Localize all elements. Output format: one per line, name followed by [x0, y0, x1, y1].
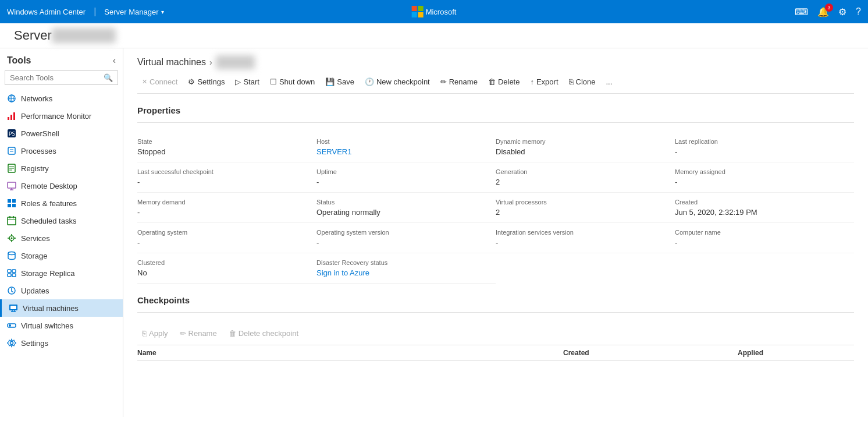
sidebar-item-roles-features[interactable]: Roles & features — [0, 194, 123, 212]
sidebar-item-updates[interactable]: Updates — [0, 282, 123, 299]
svg-rect-9 — [8, 147, 15, 154]
svg-text:PS: PS — [9, 131, 15, 137]
server-manager-btn[interactable]: Server Manager ▾ — [104, 8, 163, 16]
prop-label: Dynamic memory — [496, 138, 668, 145]
remote-desktop-icon — [7, 181, 16, 190]
svg-point-28 — [11, 238, 13, 239]
clone-button[interactable]: ⎘ Clone — [564, 75, 600, 89]
prop-cell: Memory assigned- — [675, 162, 854, 193]
apply-label: Apply — [149, 329, 168, 338]
breadcrumb-separator: › — [209, 58, 212, 67]
prop-value: 2 — [496, 208, 668, 217]
rename-checkpoint-button[interactable]: ✏ Rename — [175, 327, 222, 340]
svg-rect-5 — [10, 115, 12, 120]
svg-rect-16 — [8, 182, 16, 188]
delete-checkpoint-label: Delete checkpoint — [239, 329, 298, 338]
prop-label: Memory demand — [137, 199, 310, 206]
prop-label: Created — [675, 199, 847, 206]
prop-value[interactable]: SERVER1 — [316, 147, 489, 156]
sidebar-title: Tools — [7, 55, 31, 66]
help-icon[interactable]: ? — [856, 6, 861, 17]
sidebar-item-storage-replica[interactable]: Storage Replica — [0, 264, 123, 282]
sidebar-item-scheduled-tasks[interactable]: Scheduled tasks — [0, 212, 123, 229]
sidebar-search-box[interactable]: 🔍 — [5, 70, 118, 85]
sidebar-item-virtual-machines[interactable]: Virtual machines — [0, 299, 123, 317]
page-title-text: Server — [14, 28, 52, 43]
rename-button[interactable]: ✏ Rename — [436, 75, 482, 89]
sidebar-collapse-btn[interactable]: ‹ — [113, 55, 116, 66]
delete-icon: 🗑 — [488, 77, 496, 86]
prop-cell: Uptime- — [316, 162, 496, 193]
terminal-icon[interactable]: ⌨ — [795, 6, 808, 17]
registry-icon — [7, 164, 16, 173]
vm-breadcrumb-sub — [216, 55, 255, 69]
notifications-icon[interactable]: 🔔 3 — [817, 6, 829, 17]
main-layout: Tools ‹ 🔍 NetworksPerformance MonitorPSP… — [0, 48, 868, 417]
checkpoint-label: New checkpoint — [376, 77, 430, 86]
sidebar-item-label-processes: Processes — [21, 147, 56, 155]
rename-icon: ✏ — [440, 77, 447, 86]
prop-cell: StateStopped — [137, 132, 316, 162]
prop-label: Host — [316, 138, 489, 145]
prop-value: Stopped — [137, 147, 310, 156]
sidebar-item-services[interactable]: Services — [0, 229, 123, 247]
svg-rect-20 — [12, 199, 16, 203]
search-input[interactable] — [10, 73, 104, 82]
save-button[interactable]: 💾 Save — [321, 75, 359, 89]
prop-cell: Disaster Recovery statusSign in to Azure — [316, 253, 496, 284]
sidebar-item-performance-monitor[interactable]: Performance Monitor — [0, 107, 123, 125]
sidebar-item-label-scheduled-tasks: Scheduled tasks — [21, 217, 76, 225]
svg-rect-34 — [8, 270, 11, 273]
sidebar-item-processes[interactable]: Processes — [0, 142, 123, 160]
roles-features-icon — [7, 199, 16, 208]
sidebar-item-label-storage: Storage — [21, 252, 48, 260]
rename-checkpoint-icon: ✏ — [180, 329, 186, 338]
clone-icon: ⎘ — [569, 77, 574, 86]
settings-icon — [7, 338, 16, 348]
sidebar-item-label-virtual-machines: Virtual machines — [23, 304, 79, 313]
search-icon: 🔍 — [104, 73, 113, 82]
prop-label: Virtual processors — [496, 199, 668, 206]
settings-button[interactable]: ⚙ Settings — [183, 75, 229, 89]
sidebar-item-virtual-switches[interactable]: Virtual switches — [0, 317, 123, 334]
sidebar-item-registry[interactable]: Registry — [0, 160, 123, 177]
more-button[interactable]: ... — [602, 75, 617, 89]
sidebar-item-settings[interactable]: Settings — [0, 334, 123, 352]
virtual-machines-icon — [9, 303, 18, 313]
virtual-switches-icon — [7, 321, 16, 330]
prop-value: - — [675, 238, 847, 247]
settings-icon[interactable]: ⚙ — [838, 6, 846, 17]
new-checkpoint-button[interactable]: 🕐 New checkpoint — [360, 75, 435, 89]
sidebar-item-remote-desktop[interactable]: Remote Desktop — [0, 177, 123, 194]
checkpoints-section: Checkpoints ⎘ Apply ✏ Rename 🗑 Delete ch… — [123, 295, 868, 373]
apply-checkpoint-button[interactable]: ⎘ Apply — [137, 327, 173, 340]
save-icon: 💾 — [325, 77, 335, 86]
checkpoint-col-header: Applied — [738, 349, 854, 357]
checkpoints-table-header: NameCreatedApplied — [137, 345, 854, 361]
settings-icon: ⚙ — [188, 77, 195, 86]
sidebar-item-powershell[interactable]: PSPowerShell — [0, 125, 123, 142]
checkpoints-toolbar: ⎘ Apply ✏ Rename 🗑 Delete checkpoint — [137, 322, 854, 345]
prop-value: - — [316, 238, 489, 247]
updates-icon — [7, 286, 16, 295]
sidebar-item-storage[interactable]: Storage — [0, 247, 123, 264]
delete-checkpoint-button[interactable]: 🗑 Delete checkpoint — [224, 327, 303, 340]
connect-label: Connect — [150, 77, 177, 86]
sidebar-item-label-performance-monitor: Performance Monitor — [21, 112, 91, 121]
export-button[interactable]: ↑ Export — [525, 75, 563, 89]
prop-cell: CreatedJun 5, 2020, 2:32:19 PM — [675, 193, 854, 223]
sidebar-item-networks[interactable]: Networks — [0, 90, 123, 107]
storage-icon — [7, 251, 16, 260]
svg-rect-6 — [13, 112, 15, 120]
shutdown-button[interactable]: ☐ Shut down — [265, 75, 319, 89]
start-button[interactable]: ▷ Start — [230, 75, 264, 89]
svg-point-46 — [10, 342, 13, 345]
delete-button[interactable]: 🗑 Delete — [483, 75, 525, 89]
prop-cell: Generation2 — [496, 162, 675, 193]
connect-button[interactable]: ✕ Connect — [137, 75, 182, 89]
prop-value[interactable]: Sign in to Azure — [316, 268, 489, 277]
prop-label: Status — [316, 199, 489, 206]
prop-value: - — [137, 238, 310, 247]
apply-icon: ⎘ — [142, 329, 147, 338]
performance-monitor-icon — [7, 111, 16, 121]
